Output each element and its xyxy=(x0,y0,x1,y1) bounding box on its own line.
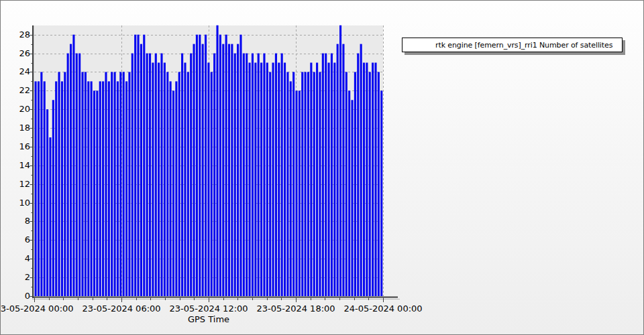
x-tick-label: 23-05-2024 06:00 xyxy=(78,304,165,314)
y-tick-label: 26 xyxy=(1,49,30,58)
y-tick-label: 28 xyxy=(1,30,30,40)
x-tick-label: 23-05-2024 12:00 xyxy=(165,304,252,314)
y-tick-label: 10 xyxy=(1,198,30,208)
x-tick-label: 24-05-2024 00:00 xyxy=(339,304,427,314)
y-tick-label: 14 xyxy=(1,161,30,170)
legend-series-label: rtk engine [femern_vrs]_rri1 Number of s… xyxy=(435,41,612,50)
y-tick-label: 16 xyxy=(1,142,30,151)
x-tick-label: 23-05-2024 18:00 xyxy=(252,304,339,314)
y-tick-label: 2 xyxy=(1,273,30,282)
y-tick-label: 24 xyxy=(1,67,30,76)
chart-window: 024681012141618202224262823-05-2024 00:0… xyxy=(0,0,644,335)
y-tick-label: 8 xyxy=(1,216,30,226)
y-tick-label: 18 xyxy=(1,123,30,133)
x-axis-title: GPS Time xyxy=(168,314,249,324)
legend-series-line-icon xyxy=(409,44,429,46)
y-tick-label: 6 xyxy=(1,235,30,245)
y-tick-label: 20 xyxy=(1,105,30,114)
legend-box[interactable]: rtk engine [femern_vrs]_rri1 Number of s… xyxy=(402,38,623,52)
x-tick-label: 23-05-2024 00:00 xyxy=(0,304,78,314)
y-tick-label: 0 xyxy=(1,291,30,301)
y-tick-label: 4 xyxy=(1,254,30,263)
y-tick-label: 12 xyxy=(1,180,30,189)
y-tick-label: 22 xyxy=(1,86,30,95)
